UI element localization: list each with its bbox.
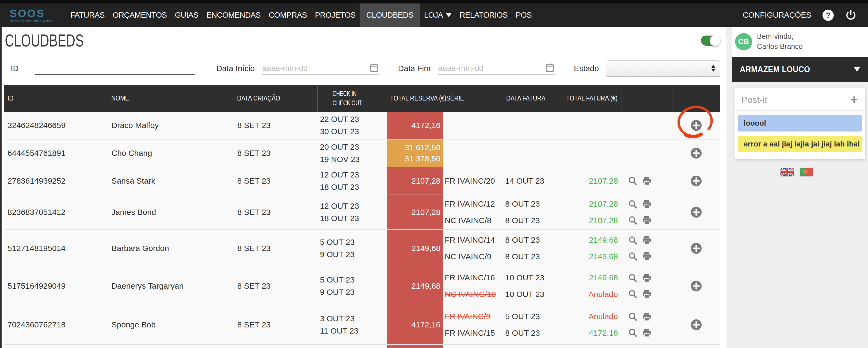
cell-data-criacao: 8 SET 23: [235, 167, 318, 195]
cell-data-criacao: 8 SET 23: [235, 267, 318, 305]
view-invoice-button[interactable]: [628, 289, 638, 299]
table-row: 7024360762718 Sponge Bob 8 SET 23 3 OUT …: [4, 305, 720, 345]
cell-nome: Barbara Gordon: [110, 230, 235, 267]
cell-data-fatura: 8 OUT 23 8 OUT 23: [503, 230, 563, 267]
nav-item-cloudbeds[interactable]: CLOUDBEDS: [360, 3, 420, 27]
cell-invoice-actions: [622, 230, 672, 267]
right-sidebar: CB Bem-vindo, Carlos Branco ARMAZEM LOUC…: [726, 27, 868, 348]
data-inicio-input[interactable]: [262, 64, 368, 73]
table-header: ID NOME DATA CRIAÇÃO CHECK INCHECK OUT T…: [4, 85, 720, 112]
window-edge: [0, 0, 868, 3]
print-invoice-button[interactable]: [642, 273, 652, 283]
app-logo[interactable]: SOOS simple organize office system: [10, 8, 53, 23]
cell-id: 8236837051412: [4, 195, 110, 229]
cell-data-fatura: 8 OUT 23 8 OUT 23: [503, 195, 563, 229]
nav-item-projetos[interactable]: PROJETOS: [311, 3, 360, 27]
cell-data-fatura: 14 OUT 23: [503, 167, 563, 195]
cell-invoice-actions: [622, 267, 672, 305]
cell-total-reserva: [387, 345, 443, 348]
nav-item-compras[interactable]: COMPRAS: [265, 3, 311, 27]
nav-item-loja-label: LOJA: [424, 11, 443, 20]
postit-note[interactable]: looool: [738, 115, 862, 132]
help-icon[interactable]: ?: [823, 10, 834, 21]
print-invoice-button[interactable]: [642, 289, 652, 299]
add-invoice-button[interactable]: [690, 119, 702, 131]
view-invoice-button[interactable]: [628, 176, 638, 186]
user-card: CB Bem-vindo, Carlos Branco: [732, 27, 868, 57]
add-invoice-button[interactable]: [690, 206, 702, 218]
view-invoice-button[interactable]: [628, 236, 638, 245]
nav-item-relatorios[interactable]: RELATÓRIOS: [456, 3, 512, 27]
nav-item-encomendas[interactable]: ENCOMENDAS: [202, 3, 265, 27]
nav-item-loja[interactable]: LOJA: [420, 3, 456, 27]
cell-total-fatura: 2107,28: [563, 167, 622, 195]
cell-check-in-out: 12 OUT 2318 OUT 23: [318, 167, 387, 195]
header-total-fatura: TOTAL FATURA (€): [563, 85, 622, 112]
pt-flag[interactable]: [800, 167, 813, 176]
cell-data-criacao: 8 SET 23: [235, 195, 318, 229]
add-invoice-button[interactable]: [690, 280, 702, 292]
cell-nome: Sansa Stark: [110, 167, 235, 195]
nav-item-configuracoes[interactable]: CONFIGURAÇÕES: [743, 11, 811, 20]
cell-check-in-out: 5 OUT 239 OUT 23: [318, 267, 387, 305]
data-fim-input[interactable]: [438, 64, 544, 73]
print-invoice-button[interactable]: [642, 236, 652, 245]
table-row: 6444554761891 Cho Chang 8 SET 23 20 OUT …: [4, 140, 720, 167]
warehouse-selector[interactable]: ARMAZEM LOUCO: [732, 57, 868, 82]
cell-add: [673, 305, 720, 344]
view-invoice-button[interactable]: [628, 312, 638, 321]
header-actions: [622, 85, 673, 112]
nav-item-pos[interactable]: POS: [512, 3, 536, 27]
estado-select[interactable]: [606, 60, 720, 76]
nav-item-guias[interactable]: GUIAS: [171, 3, 202, 27]
data-inicio-label: Data Início: [216, 64, 255, 73]
cell-nome: James Bond: [110, 195, 235, 229]
cell-data-criacao: 8 SET 23: [235, 112, 318, 139]
print-invoice-button[interactable]: [642, 328, 652, 338]
cell-total-reserva: 2149,68: [387, 267, 443, 305]
view-invoice-button[interactable]: [628, 251, 638, 261]
header-total-reserva: TOTAL RESERVA (€): [387, 85, 443, 112]
cell-total-fatura: [563, 112, 622, 139]
calendar-icon[interactable]: [546, 63, 554, 72]
cell-check-in-out: 20 OUT 2319 NOV 23: [318, 140, 387, 167]
cell-add: [673, 167, 720, 195]
cell-id: 5127148195014: [4, 230, 110, 267]
add-invoice-button[interactable]: [690, 242, 702, 254]
cell-total-reserva: 2149,68: [387, 230, 443, 267]
print-invoice-button[interactable]: [642, 199, 652, 209]
view-invoice-button[interactable]: [628, 199, 638, 209]
print-invoice-button[interactable]: [642, 251, 652, 261]
power-icon[interactable]: [845, 9, 857, 21]
data-fim-field: [438, 62, 555, 75]
print-invoice-button[interactable]: [642, 215, 652, 225]
cell-invoice-actions: [622, 140, 672, 167]
view-invoice-button[interactable]: [628, 328, 638, 338]
cell-add: [673, 195, 720, 229]
id-filter-input[interactable]: [35, 62, 195, 75]
add-invoice-button[interactable]: [690, 147, 702, 159]
add-invoice-button[interactable]: [690, 319, 702, 330]
calendar-icon[interactable]: [370, 63, 378, 72]
cell-check-in-out: 5 OUT 239 OUT 23: [318, 230, 387, 267]
cell-total-fatura: [563, 140, 622, 167]
add-invoice-button[interactable]: [690, 175, 702, 187]
cell-total-reserva: 2107,28: [387, 195, 443, 229]
header-serie: SÉRIE: [443, 85, 503, 112]
cell-data-fatura: [503, 140, 563, 167]
add-postit-button[interactable]: +: [850, 95, 858, 105]
avatar: CB: [735, 33, 752, 50]
uk-flag[interactable]: [780, 167, 794, 176]
header-id: ID: [4, 85, 109, 112]
view-invoice-button[interactable]: [628, 273, 638, 283]
data-inicio-field: [262, 62, 379, 75]
cell-id: 5175164929049: [4, 267, 110, 305]
print-invoice-button[interactable]: [642, 312, 652, 321]
print-invoice-button[interactable]: [642, 176, 652, 186]
nav-item-orcamentos[interactable]: ORÇAMENTOS: [108, 3, 171, 27]
view-invoice-button[interactable]: [628, 215, 638, 225]
cloudbeds-toggle[interactable]: [701, 36, 720, 46]
nav-item-faturas[interactable]: FATURAS: [66, 3, 108, 27]
postit-note[interactable]: error a aai jiaj iajia jai jiaj iah ihai…: [738, 136, 862, 152]
cell-serie: FR IVAINC/9 FR IVAINC/15: [443, 305, 503, 344]
